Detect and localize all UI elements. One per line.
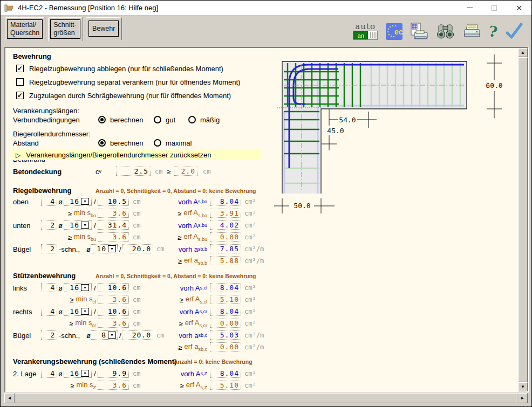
erf-value: 0.00: [210, 232, 241, 242]
cover-row: Betondeckung cv 2.5 cm ≥ 2.0 cm: [5, 166, 275, 177]
radio-bond-berechnen[interactable]: [98, 116, 106, 123]
dim-column-width: 50.0: [294, 202, 310, 210]
spacing-field[interactable]: 31.4: [98, 220, 129, 230]
app-window: 4H-EC2 - Bemessung [Position 16: Hilfe n…: [0, 0, 532, 407]
search-button[interactable]: [435, 22, 455, 41]
vorh-label: vorh asb,c: [129, 330, 207, 341]
erf-value: 5.10: [210, 295, 241, 304]
horizontal-scroll-thumb[interactable]: [15, 393, 517, 403]
checkbox-separat-verankern[interactable]: [16, 78, 24, 86]
auto-switch-icon[interactable]: an: [353, 31, 378, 40]
spacing-field[interactable]: 10.6: [98, 283, 129, 292]
section-title-riegel: Riegelbewehrung: [13, 187, 71, 195]
window-title: 4H-EC2 - Bemessung [Position 16: Hilfe n…: [18, 4, 158, 12]
close-button[interactable]: ✕: [507, 1, 531, 15]
print-preview-button[interactable]: [410, 22, 428, 41]
dropdown-arrow-icon[interactable]: ▼: [81, 284, 89, 291]
reset-action-label: Verankerungslängen/Biegerollendurchmesse…: [26, 151, 211, 159]
riegel-hint: Anzahl = 0, Schnittigkeit = 0, Abstand =…: [96, 188, 256, 194]
count-field[interactable]: 4: [41, 369, 57, 378]
auto-toggle[interactable]: auto an: [352, 23, 379, 40]
reset-action[interactable]: ▷ Verankerungslängen/Biegerollendurchmes…: [12, 150, 261, 160]
verankerung-hint: Anzahl = 0: keine Bewehrung: [174, 358, 253, 365]
scroll-left-icon[interactable]: ◄: [4, 393, 15, 403]
min-spacing-value: 3.6: [98, 209, 129, 218]
stuetzen-row-links: links 4 ø 16▼ / 10.6 cm vorh As,cl 8.04 …: [5, 282, 275, 293]
count-field[interactable]: 4: [41, 307, 57, 316]
scroll-down-icon[interactable]: ▼: [518, 382, 528, 391]
spacing-field[interactable]: 9.9: [98, 369, 129, 378]
minimize-button[interactable]: [457, 1, 482, 15]
diameter-symbol: ø: [58, 220, 63, 231]
checkbox-label: Zugzulagen durch Schrägbewehrung (nur fü…: [29, 92, 231, 100]
dropdown-arrow-icon[interactable]: ▼: [81, 308, 89, 315]
dropdown-arrow-icon[interactable]: ▼: [108, 332, 116, 339]
min-spacing-value: 3.6: [98, 319, 129, 328]
count-field[interactable]: 4: [41, 197, 57, 206]
diameter-select[interactable]: 10▼: [91, 244, 118, 253]
help-button[interactable]: ?: [489, 23, 497, 40]
diameter-symbol: ø: [58, 282, 63, 293]
erf-label: ≥erf As,Z: [129, 380, 207, 391]
radio-edge-berechnen[interactable]: [98, 139, 106, 147]
count-field[interactable]: 2: [41, 220, 57, 230]
radio-edge-maximal[interactable]: [154, 139, 161, 147]
spacing-field[interactable]: 10.5: [98, 197, 129, 206]
diameter-select[interactable]: 16▼: [64, 369, 92, 378]
diameter-select[interactable]: 16▼: [64, 307, 92, 316]
count-field[interactable]: 4: [41, 283, 57, 292]
binoculars-icon: [435, 22, 455, 41]
confirm-button[interactable]: [504, 22, 524, 40]
stuetzen-row-rechts: rechts 4 ø 16▼ / 10.6 cm vorh As,cr 8.04…: [5, 306, 275, 317]
corner-drawing: 60.0 54.0 45.0 50.0: [274, 52, 514, 216]
tab-bewehrung[interactable]: Bewehr: [86, 17, 121, 40]
count-field[interactable]: 2: [41, 330, 57, 340]
scroll-up-icon[interactable]: ▲: [518, 48, 528, 57]
diameter-select[interactable]: 16▼: [64, 283, 92, 292]
cover-value-field[interactable]: 2.5: [116, 167, 151, 176]
vertical-scrollbar[interactable]: ▲ ▼: [517, 48, 528, 391]
section-title-bewehrung: Bewehrung: [13, 52, 51, 60]
tab-material-querschnitt[interactable]: Material/Querschn: [5, 17, 45, 41]
erf-value: 0.00: [210, 342, 241, 351]
vorh-label: vorh As,cr: [129, 306, 207, 317]
print-button[interactable]: [462, 22, 482, 41]
vorh-label: vorh As,bu: [129, 220, 207, 231]
checkbox-zugzulagen[interactable]: ✓: [16, 92, 24, 99]
checkmark-icon: [504, 22, 524, 40]
diameter-symbol: ø: [86, 244, 91, 254]
diameter-symbol: ø: [58, 368, 63, 379]
vertical-scroll-thumb[interactable]: [518, 57, 528, 382]
app-icon: [4, 4, 14, 12]
scroll-right-icon[interactable]: ►: [517, 393, 528, 403]
dropdown-arrow-icon[interactable]: ▼: [81, 222, 89, 229]
checkbox-abbiegen[interactable]: ✓: [16, 65, 24, 72]
reinforcement-form: Bewehrung ✓ Riegelzugbewehrung abbiegen …: [5, 48, 528, 391]
dropdown-arrow-icon[interactable]: ▼: [108, 245, 116, 252]
radio-bond-maessig[interactable]: [188, 116, 196, 123]
spacing-field[interactable]: 10.6: [98, 307, 129, 316]
eurocode-button[interactable]: ec: [386, 23, 403, 40]
tab-schnittgroessen[interactable]: Schnitt-größen: [48, 17, 83, 41]
vorh-value: 8.04: [210, 197, 241, 206]
dropdown-arrow-icon[interactable]: ▼: [81, 198, 89, 205]
dropdown-arrow-icon[interactable]: ▼: [81, 370, 89, 377]
erf-label: ≥erf As,cl: [129, 294, 207, 305]
diameter-select[interactable]: 8▼: [91, 330, 118, 340]
diameter-symbol: ø: [86, 330, 91, 341]
checkbox-label: Riegelzugbewehrung abbiegen (nur für sch…: [29, 65, 223, 73]
stuetzen-hint: Anzahl = 0, Schnittigkeit = 0, Abstand =…: [96, 273, 256, 279]
auto-stripes-icon: [369, 32, 376, 38]
count-field[interactable]: 2: [41, 244, 57, 253]
diameter-select[interactable]: 16▼: [64, 197, 92, 206]
horizontal-scrollbar[interactable]: ◄ ►: [4, 393, 528, 403]
maximize-button[interactable]: [482, 1, 507, 15]
bond-conditions-label: Verbundbedingungen: [13, 116, 80, 124]
radio-bond-gut[interactable]: [154, 116, 161, 123]
diameter-select[interactable]: 16▼: [64, 220, 92, 230]
erf-label: ≥erf As,cr: [129, 318, 207, 329]
eurocode-icon: ec: [386, 23, 403, 40]
vorh-value: 8.04: [210, 369, 241, 378]
vorh-value: 4.02: [210, 220, 241, 230]
riegel-row-buegel-erf: ≥erf asb,b 5.88 cm²/m: [5, 256, 275, 266]
